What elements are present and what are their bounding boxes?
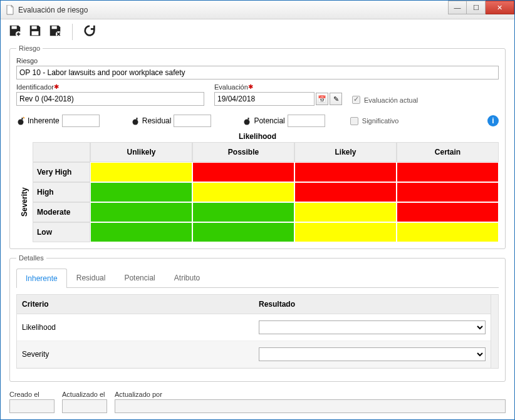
matrix-col-header: Certain: [397, 142, 499, 162]
tab-potencial[interactable]: Potencial: [115, 268, 164, 287]
save-close-button[interactable]: [48, 24, 62, 40]
details-group: Detalles InherenteResidualPotencialAtrib…: [9, 254, 506, 382]
matrix-cell[interactable]: [294, 202, 397, 222]
matrix-col-header: Likely: [294, 142, 397, 162]
matrix-x-axis-label: Likelihood: [16, 132, 499, 141]
svg-rect-11: [248, 118, 249, 120]
matrix-cell[interactable]: [90, 202, 192, 222]
created-input: [9, 399, 55, 413]
matrix-cell[interactable]: [90, 182, 192, 202]
residual-label: Residual: [142, 116, 172, 125]
significant-checkbox[interactable]: [350, 117, 358, 125]
identifier-input[interactable]: [16, 92, 204, 106]
result-cell: [254, 314, 491, 341]
footer-row: Creado el Actualizado el Actualizado por: [9, 391, 506, 413]
risk-label: Riesgo: [16, 57, 499, 64]
updated-by-label: Actualizado por: [115, 391, 506, 398]
matrix-cell[interactable]: [294, 222, 397, 242]
close-button[interactable]: ✕: [486, 1, 514, 14]
inherent-input[interactable]: [62, 115, 100, 127]
svg-rect-9: [136, 118, 137, 120]
risk-input[interactable]: [16, 66, 499, 79]
app-window: Evaluación de riesgo — ☐ ✕ Riesgo Riesgo…: [0, 0, 515, 420]
matrix-cell[interactable]: [397, 182, 499, 202]
svg-rect-2: [32, 26, 37, 29]
matrix-row-header: Low: [33, 222, 90, 242]
window-controls: — ☐ ✕: [448, 1, 514, 19]
svg-point-8: [132, 120, 138, 125]
svg-rect-4: [52, 26, 57, 29]
matrix-corner2: [33, 142, 90, 162]
svg-rect-3: [32, 31, 39, 35]
matrix-cell[interactable]: [294, 182, 397, 202]
updated-label: Actualizado el: [62, 391, 107, 398]
calendar-icon[interactable]: 📅: [316, 93, 328, 105]
bomb-icon: [131, 116, 140, 125]
window-title: Evaluación de riesgo: [18, 6, 448, 14]
matrix-col-header: Possible: [192, 142, 294, 162]
table-scrollbar[interactable]: [491, 295, 498, 368]
save-new-button[interactable]: [8, 24, 22, 40]
matrix-cell[interactable]: [294, 162, 397, 182]
save-button[interactable]: [28, 24, 42, 40]
residual-input[interactable]: [174, 115, 211, 127]
toolbar-divider: [72, 24, 73, 40]
criteria-header: Criterio: [17, 295, 254, 314]
matrix-row-header: Very High: [33, 162, 90, 182]
tab-inherente[interactable]: Inherente: [16, 269, 67, 288]
matrix-cell[interactable]: [397, 202, 499, 222]
document-icon: [6, 5, 14, 15]
titlebar: Evaluación de riesgo — ☐ ✕: [1, 1, 514, 19]
result-select[interactable]: [259, 320, 486, 334]
svg-point-6: [18, 120, 24, 125]
details-tabs: InherenteResidualPotencialAtributo: [16, 268, 499, 288]
created-label: Creado el: [9, 391, 55, 398]
matrix-cell[interactable]: [90, 162, 192, 182]
matrix-col-header: Unlikely: [90, 142, 192, 162]
current-eval-label: Evaluación actual: [364, 96, 418, 104]
potential-label: Potencial: [254, 116, 284, 125]
bomb-icon: [16, 116, 25, 125]
matrix-cell[interactable]: [90, 222, 192, 242]
risk-group-legend: Riesgo: [16, 44, 43, 52]
details-legend: Detalles: [16, 254, 46, 262]
potential-input[interactable]: [288, 115, 325, 127]
inherent-label: Inherente: [28, 116, 60, 125]
risk-group: Riesgo Riesgo Identificador✱ Evaluación✱…: [9, 44, 506, 249]
matrix-cell[interactable]: [192, 202, 294, 222]
minimize-button[interactable]: —: [448, 1, 467, 14]
matrix-corner: [16, 142, 33, 162]
result-select[interactable]: [259, 347, 486, 361]
updated-input: [62, 399, 107, 413]
maximize-button[interactable]: ☐: [467, 1, 486, 14]
criteria-cell: Severity: [17, 341, 254, 368]
matrix-cell[interactable]: [192, 162, 294, 182]
matrix-y-axis-label: Severity: [16, 162, 33, 242]
tab-residual[interactable]: Residual: [67, 268, 115, 287]
tab-atributo[interactable]: Atributo: [165, 268, 209, 287]
identifier-label: Identificador✱: [16, 83, 204, 91]
svg-point-10: [244, 120, 250, 125]
matrix-row-header: High: [33, 182, 90, 202]
refresh-button[interactable]: [83, 24, 96, 40]
current-eval-checkbox[interactable]: [352, 96, 360, 104]
evaluation-date-input[interactable]: [214, 92, 315, 106]
wand-icon[interactable]: ✎: [330, 93, 342, 105]
significant-label: Significativo: [362, 117, 399, 125]
result-header: Resultado: [254, 295, 491, 314]
matrix-cell[interactable]: [192, 182, 294, 202]
updated-by-input: [115, 399, 506, 413]
svg-rect-7: [22, 118, 23, 120]
info-icon[interactable]: i: [487, 115, 499, 126]
risk-matrix: Likelihood UnlikelyPossibleLikelyCertain…: [16, 132, 499, 242]
matrix-cell[interactable]: [397, 222, 499, 242]
result-cell: [254, 341, 491, 368]
matrix-cell[interactable]: [192, 222, 294, 242]
matrix-cell[interactable]: [397, 162, 499, 182]
criteria-table: CriterioResultadoLikelihoodSeverity: [16, 294, 499, 369]
criteria-cell: Likelihood: [17, 314, 254, 341]
evaluation-label: Evaluación✱: [214, 83, 342, 91]
matrix-row-header: Moderate: [33, 202, 90, 222]
toolbar: [1, 19, 514, 44]
bomb-icon: [242, 116, 251, 125]
